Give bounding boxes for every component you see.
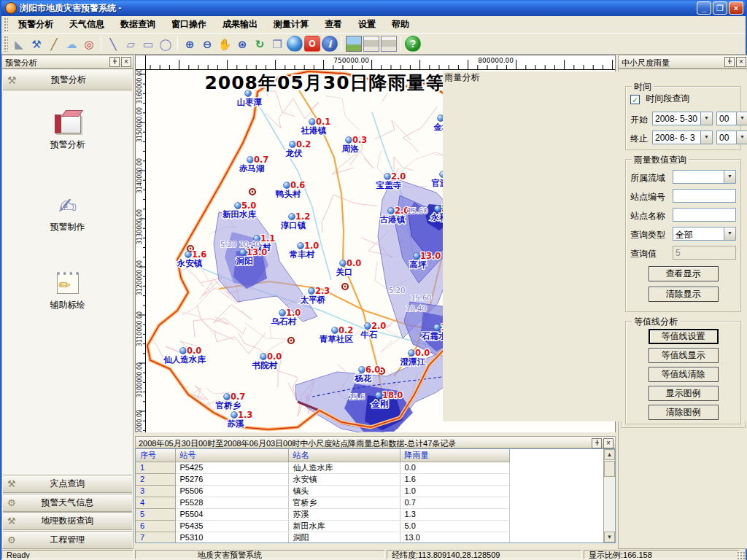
col-header-station-name[interactable]: 站名 — [288, 449, 400, 462]
menu-item-2[interactable]: 数据查询 — [112, 16, 163, 33]
tool-item-1[interactable]: ✍预警制作 — [2, 195, 133, 233]
close-icon[interactable]: × — [736, 57, 746, 67]
show-display-button[interactable]: 查看显示 — [649, 266, 719, 281]
info-icon[interactable]: i — [322, 36, 338, 52]
left-panel-header[interactable]: ⚒ 预警分析 — [3, 70, 132, 90]
time-range-checkbox[interactable]: ✓ — [630, 95, 640, 104]
col-header-rainfall[interactable]: 降雨量 — [400, 449, 509, 462]
resize-grip[interactable] — [736, 551, 746, 560]
globe-icon[interactable] — [287, 36, 303, 52]
tool-item-0[interactable]: 预警分析 — [2, 114, 133, 151]
query-value-input[interactable]: 5 — [673, 246, 736, 260]
chevron-down-icon[interactable]: ▼ — [724, 228, 735, 240]
pin-icon[interactable] — [592, 438, 602, 448]
table-row[interactable]: 7P5310洞阳13.0 — [136, 532, 509, 543]
pin-icon[interactable] — [109, 57, 120, 67]
scroll-down-icon[interactable]: ▼ — [604, 532, 615, 542]
draw-polygon-icon[interactable]: ▱ — [123, 36, 139, 52]
pin-icon[interactable] — [724, 57, 735, 67]
table-row[interactable]: 1P5425仙人造水库0.0 — [136, 462, 509, 473]
menu-item-1[interactable]: 天气信息 — [61, 16, 112, 33]
contour-clear-button[interactable]: 等值线清除 — [649, 367, 719, 382]
zoom-in-icon[interactable]: ⊕ — [182, 36, 198, 52]
table-row[interactable]: 5P5504苏溪1.3 — [136, 508, 509, 520]
chevron-down-icon[interactable]: ▼ — [736, 131, 747, 144]
pick-axe-icon[interactable]: ╱ — [46, 36, 62, 52]
table-row[interactable]: 2P5276永安镇1.6 — [136, 473, 509, 485]
zoom-out-icon[interactable]: ⊖ — [199, 36, 215, 52]
pan-hand-icon[interactable]: ✋ — [217, 36, 233, 52]
bar-tool-icon: ⚒ — [7, 516, 16, 526]
menu-item-0[interactable]: 预警分析 — [10, 16, 61, 33]
station-name-input[interactable] — [673, 208, 736, 222]
title-bar[interactable]: 浏阳市地质灾害预警系统 - _ ❐ × — [1, 0, 746, 16]
sidebar-bar-label: 预警天气信息 — [22, 497, 113, 509]
copy-layer-icon[interactable]: ❐ — [269, 36, 285, 52]
results-table[interactable]: 序号 站号 站名 降雨量 1P5425仙人造水库0.02P5276永安镇1.63… — [135, 448, 616, 543]
table-row[interactable]: 6P5435新田水库5.0 — [136, 520, 509, 532]
toolbar-grip[interactable] — [4, 36, 8, 52]
chevron-down-icon[interactable]: ▼ — [724, 171, 735, 183]
print-preview-icon[interactable] — [381, 36, 397, 52]
table-row[interactable]: 3P5506镇头1.0 — [136, 485, 509, 497]
assist-plot-icon — [57, 272, 79, 294]
col-header-station-id[interactable]: 站号 — [175, 449, 288, 462]
basin-select[interactable]: ▼ — [673, 170, 736, 184]
cell-rainfall: 1.0 — [400, 485, 509, 497]
station-id-input[interactable] — [673, 189, 736, 203]
chevron-down-icon[interactable]: ▼ — [700, 112, 712, 125]
stop-icon[interactable]: O — [304, 36, 320, 52]
scrollbar-thumb[interactable] — [604, 461, 615, 477]
menu-item-8[interactable]: 帮助 — [384, 16, 417, 33]
end-date-select[interactable]: 2008- 6- 3 ▼ — [652, 131, 713, 144]
sidebar-bar-0[interactable]: ⚒灾点查询 — [3, 475, 132, 493]
query-type-select[interactable]: 全部 ▼ — [673, 227, 736, 241]
refresh-view-icon[interactable]: ↻ — [252, 36, 268, 52]
maximize-button[interactable]: ❐ — [713, 1, 727, 15]
menu-grip[interactable] — [4, 18, 8, 31]
show-legend-button[interactable]: 显示图例 — [649, 386, 719, 401]
station-name: 关口 — [336, 267, 353, 277]
sidebar-bar-1[interactable]: ⚙预警天气信息 — [3, 494, 132, 512]
col-header-index[interactable]: 序号 — [136, 449, 175, 462]
menu-item-4[interactable]: 成果输出 — [214, 16, 266, 33]
zoom-window-icon[interactable]: ⊛ — [234, 36, 250, 52]
table-scrollbar[interactable]: ▲ ▼ — [603, 449, 615, 542]
sidebar-bar-3[interactable]: ⚙工程管理 — [3, 531, 132, 549]
scroll-up-icon[interactable]: ▲ — [604, 449, 615, 460]
end-hour-select[interactable]: 00 ▼ — [716, 131, 747, 144]
contour-value-label: 10.40 — [406, 305, 427, 313]
close-button[interactable]: × — [729, 1, 743, 15]
contour-show-button[interactable]: 等值线显示 — [649, 348, 719, 363]
start-date-select[interactable]: 2008- 5-30 ▼ — [652, 112, 713, 125]
table-row[interactable]: 4P5528官桥乡0.7 — [136, 497, 509, 508]
sidebar-bar-2[interactable]: ⚒地理数据查询 — [3, 512, 132, 530]
menu-item-6[interactable]: 查看 — [317, 16, 350, 33]
draw-line-icon[interactable]: ╲ — [105, 36, 121, 52]
contour-settings-button[interactable]: 等值线设置 — [649, 329, 719, 344]
chevron-down-icon[interactable]: ▼ — [700, 131, 712, 144]
start-hour-select[interactable]: 00 ▼ — [716, 112, 747, 125]
close-icon[interactable]: × — [603, 438, 614, 448]
cloud-icon[interactable]: ☁ — [63, 36, 80, 52]
clear-legend-button[interactable]: 清除图例 — [649, 405, 719, 420]
draw-ellipse-icon[interactable]: ◯ — [158, 36, 174, 52]
menu-item-7[interactable]: 设置 — [350, 16, 384, 33]
tool-item-2[interactable]: 辅助标绘 — [2, 272, 133, 311]
help-icon[interactable]: ? — [405, 36, 421, 52]
chevron-down-icon[interactable]: ▼ — [736, 112, 747, 125]
station-marker-icon — [409, 350, 415, 357]
crosshair-icon[interactable]: ◎ — [81, 36, 97, 52]
menu-item-5[interactable]: 测量计算 — [266, 16, 317, 33]
close-icon[interactable]: × — [121, 57, 131, 67]
minimize-button[interactable]: _ — [697, 1, 711, 15]
satellite-dish-icon[interactable]: ◣ — [11, 36, 27, 52]
image-export-icon[interactable] — [346, 36, 362, 52]
menu-item-3[interactable]: 窗口操作 — [163, 16, 214, 33]
water-hammer-icon[interactable]: ⚒ — [28, 36, 44, 52]
station-name: 澄潭江 — [400, 357, 426, 367]
print-icon[interactable] — [363, 36, 379, 52]
station-marker-icon — [260, 354, 267, 360]
clear-display-button[interactable]: 清除显示 — [649, 287, 719, 302]
draw-rectangle-icon[interactable]: ▭ — [140, 36, 156, 52]
